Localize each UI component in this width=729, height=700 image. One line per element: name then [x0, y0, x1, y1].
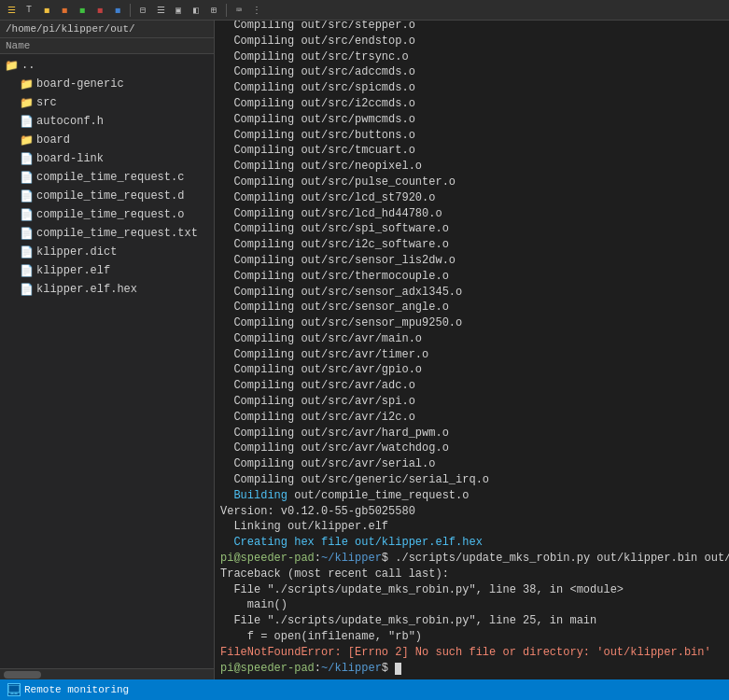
terminal-line: Compiling out/src/avr/watchdog.o	[220, 441, 723, 456]
toolbar-icon-8[interactable]: ⊟	[135, 3, 150, 18]
terminal-cursor	[395, 663, 401, 675]
sidebar-label-board-generic: board-generic	[36, 77, 124, 91]
toolbar-icon-3[interactable]: ◼	[39, 3, 54, 18]
terminal-line: Compiling out/src/lcd_hd44780.o	[220, 206, 723, 222]
toolbar-icon-9[interactable]: ☰	[153, 3, 168, 18]
toolbar-icon-13[interactable]: ⌨	[231, 3, 246, 18]
terminal[interactable]: Creating hex file out/klipper.elf.hex pi…	[215, 21, 729, 679]
sidebar-item-elf-hex[interactable]: 📄 klipper.elf.hex	[0, 280, 214, 299]
terminal-line: Compiling out/src/buttons.o	[220, 128, 723, 144]
terminal-line: Compiling out/src/spicmds.o	[220, 80, 723, 96]
terminal-line: Compiling out/src/endstop.o	[220, 34, 723, 49]
sidebar-item-board[interactable]: 📁 board	[0, 131, 214, 149]
sidebar-path: /home/pi/klipper/out/	[6, 23, 135, 35]
sidebar-label-src: src	[36, 96, 57, 109]
monitor-icon	[7, 683, 21, 696]
sidebar-item-label: ..	[21, 59, 35, 72]
sidebar-label-elf-hex: klipper.elf.hex	[36, 283, 137, 296]
remote-monitoring-label: Remote monitoring	[24, 684, 129, 695]
folder-up-icon: 📁	[4, 59, 19, 73]
sidebar-item-parent[interactable]: 📁 ..	[0, 56, 214, 75]
terminal-line: Creating hex file out/klipper.elf.hex	[220, 535, 723, 551]
terminal-line: f = open(infilename, "rb")	[220, 629, 723, 645]
terminal-line: Compiling out/src/i2ccmds.o	[220, 96, 723, 112]
sidebar-tree[interactable]: 📁 .. 📁 board-generic 📁 src 📄 autoconf.h	[0, 54, 214, 668]
sidebar-item-ctr-c[interactable]: 📄 compile_time_request.c	[0, 168, 214, 187]
statusbar: Remote monitoring	[0, 679, 729, 700]
toolbar-icon-6[interactable]: ◼	[92, 3, 107, 18]
file-icon-ctr-c: 📄	[19, 171, 34, 185]
folder-icon-board: 📁	[19, 133, 34, 147]
file-icon-elf: 📄	[19, 264, 34, 278]
toolbar-sep-2	[226, 4, 227, 17]
folder-icon-src: 📁	[19, 96, 34, 110]
sidebar-label-ctr-d: compile_time_request.d	[36, 189, 184, 203]
sidebar-scrollbar-thumb[interactable]	[4, 671, 41, 679]
terminal-line: Compiling out/src/avr/hard_pwm.o	[220, 426, 723, 441]
terminal-line: Compiling out/src/avr/i2c.o	[220, 410, 723, 426]
toolbar-icon-12[interactable]: ⊞	[206, 3, 221, 18]
terminal-line: Version: v0.12.0-55-gb5025580	[220, 504, 723, 520]
terminal-line: Compiling out/src/sensor_lis2dw.o	[220, 253, 723, 269]
sidebar-item-ctr-d[interactable]: 📄 compile_time_request.d	[0, 187, 214, 205]
sidebar-label-ctr-c: compile_time_request.c	[36, 171, 184, 184]
terminal-prompt-final: pi@speeder-pad:~/klipper$	[220, 661, 723, 677]
toolbar-icon-14[interactable]: ⋮	[249, 3, 264, 18]
sidebar-scrollbar-area[interactable]	[0, 668, 214, 679]
terminal-line: Compiling out/src/tmcuart.o	[220, 143, 723, 159]
terminal-line: Traceback (most recent call last):	[220, 567, 723, 582]
sidebar-label-board-link: board-link	[36, 152, 104, 165]
terminal-line: File "./scripts/update_mks_robin.py", li…	[220, 613, 723, 629]
terminal-line: Compiling out/src/sensor_adxl345.o	[220, 285, 723, 301]
terminal-line: Compiling out/src/avr/timer.o	[220, 347, 723, 363]
toolbar-icon-1[interactable]: ☰	[4, 3, 19, 18]
sidebar-item-ctr-o[interactable]: 📄 compile_time_request.o	[0, 205, 214, 224]
terminal-line: Compiling out/src/avr/gpio.o	[220, 362, 723, 378]
terminal-line: Compiling out/src/stepper.o	[220, 21, 723, 34]
sidebar-item-board-generic[interactable]: 📁 board-generic	[0, 75, 214, 93]
terminal-line: Compiling out/src/avr/main.o	[220, 331, 723, 347]
terminal-line: Compiling out/src/avr/serial.o	[220, 456, 723, 472]
remote-monitoring-item[interactable]: Remote monitoring	[7, 683, 129, 696]
sidebar-item-elf[interactable]: 📄 klipper.elf	[0, 261, 214, 280]
file-icon-board-link: 📄	[19, 152, 34, 166]
svg-rect-0	[8, 685, 20, 693]
sidebar-item-autoconf[interactable]: 📄 autoconf.h	[0, 112, 214, 131]
main-area: /home/pi/klipper/out/ Name 📁 .. 📁 board-…	[0, 21, 729, 679]
statusbar-left: Remote monitoring	[7, 683, 722, 696]
file-icon-elf-hex: 📄	[19, 283, 34, 297]
sidebar-label-autoconf: autoconf.h	[36, 115, 104, 128]
toolbar-icon-4[interactable]: ◼	[57, 3, 72, 18]
sidebar-label-ctr-o: compile_time_request.o	[36, 208, 184, 221]
sidebar-item-dict[interactable]: 📄 klipper.dict	[0, 243, 214, 261]
sidebar-column-name: Name	[6, 40, 30, 51]
toolbar-icon-5[interactable]: ◼	[75, 3, 90, 18]
terminal-line: Compiling out/src/trsync.o	[220, 49, 723, 65]
file-icon-ctr-txt: 📄	[19, 227, 34, 241]
terminal-line: Compiling out/src/pwmcmds.o	[220, 112, 723, 128]
toolbar: ☰ T ◼ ◼ ◼ ◼ ◼ ⊟ ☰ ▣ ◧ ⊞ ⌨ ⋮	[0, 0, 729, 21]
terminal-line: Compiling out/src/lcd_st7920.o	[220, 190, 723, 206]
toolbar-icon-2[interactable]: T	[21, 3, 36, 18]
terminal-line: Compiling out/src/sensor_mpu9250.o	[220, 315, 723, 331]
sidebar-item-ctr-txt[interactable]: 📄 compile_time_request.txt	[0, 224, 214, 243]
toolbar-icon-10[interactable]: ▣	[171, 3, 186, 18]
folder-icon: 📁	[19, 77, 34, 91]
terminal-line-error: FileNotFoundError: [Errno 2] No such fil…	[220, 645, 723, 661]
sidebar-label-elf: klipper.elf	[36, 264, 110, 277]
sidebar-label-ctr-txt: compile_time_request.txt	[36, 227, 198, 240]
toolbar-icon-11[interactable]: ◧	[189, 3, 203, 18]
terminal-line: Compiling out/src/pulse_counter.o	[220, 175, 723, 190]
sidebar-label-dict: klipper.dict	[36, 245, 117, 259]
file-icon-ctr-d: 📄	[19, 189, 34, 203]
file-icon-autoconf: 📄	[19, 115, 34, 129]
sidebar-item-src[interactable]: 📁 src	[0, 93, 214, 112]
terminal-line: Compiling out/src/thermocouple.o	[220, 269, 723, 285]
sidebar-item-board-link[interactable]: 📄 board-link	[0, 149, 214, 168]
terminal-line: Compiling out/src/avr/spi.o	[220, 394, 723, 410]
toolbar-sep-1	[130, 4, 131, 17]
terminal-line: Compiling out/src/adccmds.o	[220, 64, 723, 80]
monitor-svg	[8, 685, 20, 694]
sidebar: /home/pi/klipper/out/ Name 📁 .. 📁 board-…	[0, 21, 215, 679]
toolbar-icon-7[interactable]: ◼	[110, 3, 125, 18]
